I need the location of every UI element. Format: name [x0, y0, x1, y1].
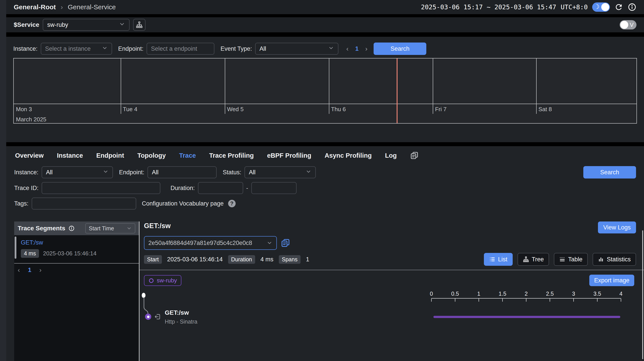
instance-select-placeholder: Select a instance: [45, 46, 91, 52]
export-image-button[interactable]: Export image: [589, 275, 634, 286]
trace-id-label: Trace ID:: [14, 185, 38, 192]
duration-from-input[interactable]: [198, 182, 243, 194]
copy-trace-id-icon[interactable]: [281, 238, 290, 248]
view-statistics-button[interactable]: Statistics: [592, 253, 636, 266]
refresh-icon[interactable]: [614, 3, 623, 12]
axis-tick: [478, 298, 479, 302]
axis-tick: [502, 298, 503, 302]
vocabulary-link[interactable]: Configuration Vocabulary page: [142, 200, 224, 207]
trace-id-select[interactable]: 2e50a4f6884d497a81e97d5c4c20e0c8: [144, 236, 277, 250]
info-icon[interactable]: [68, 225, 75, 232]
endpoint-label: Endpoint:: [119, 169, 144, 176]
trace-segments-header: Trace Segments Start Time: [14, 222, 139, 235]
calendar-day-label: Thu 6: [331, 106, 346, 113]
trace-endpoint-input[interactable]: [148, 166, 216, 178]
endpoint-input[interactable]: [146, 43, 214, 55]
event-type-label: Event Type:: [220, 46, 252, 52]
service-select[interactable]: sw-ruby: [43, 19, 130, 31]
tab-topology[interactable]: Topology: [137, 152, 166, 159]
view-list-label: List: [498, 256, 507, 263]
next-page-button[interactable]: ›: [40, 266, 42, 274]
trace-id-input[interactable]: [42, 182, 160, 194]
service-label: $Service: [14, 21, 39, 28]
service-bar: $Service sw-ruby V: [6, 17, 644, 32]
calendar-gridline: [433, 58, 433, 114]
info-icon[interactable]: [628, 3, 636, 12]
span-duration-bar[interactable]: [434, 316, 620, 318]
view-tree-label: Tree: [532, 256, 544, 263]
trace-filter-row-3: Tags: Configuration Vocabulary page ?: [14, 198, 636, 210]
view-tree-button[interactable]: Tree: [518, 253, 549, 266]
trace-id-value: 2e50a4f6884d497a81e97d5c4c20e0c8: [148, 240, 252, 246]
trace-search-button[interactable]: Search: [583, 166, 636, 178]
tab-trace-profiling[interactable]: Trace Profiling: [209, 152, 254, 159]
event-timeline-calendar[interactable]: Mon 3 Tue 4 Wed 5 Thu 6 Fri 7 Sat 8 Marc…: [13, 58, 637, 124]
calendar-gridline: [329, 58, 329, 114]
view-list-button[interactable]: List: [484, 253, 513, 266]
sort-select-value: Start Time: [89, 225, 114, 232]
chevron-down-icon: [102, 45, 108, 52]
sort-select[interactable]: Start Time: [85, 223, 135, 234]
instance-label: Instance:: [13, 46, 38, 52]
axis-tick: [597, 298, 598, 302]
duration-separator: -: [246, 185, 248, 192]
trace-segment-item[interactable]: GET:/sw 4 ms 2025-03-06 15:46:14: [14, 237, 139, 261]
prev-page-button[interactable]: ‹: [346, 45, 348, 52]
moon-icon: ☽: [594, 3, 600, 10]
current-time-marker: [397, 58, 398, 123]
view-table-button[interactable]: Table: [554, 253, 588, 266]
calendar-gridline: [121, 58, 121, 114]
tags-input[interactable]: [32, 198, 136, 210]
trace-segments-panel: Trace Segments Start Time GET:/sw 4 ms: [14, 222, 139, 361]
axis-tick-label: 1: [477, 290, 480, 297]
dark-mode-toggle[interactable]: ☽: [592, 2, 610, 12]
tab-endpoint[interactable]: Endpoint: [96, 152, 124, 159]
view-logs-button[interactable]: View Logs: [598, 222, 636, 234]
tab-async-profiling[interactable]: Async Profiling: [325, 152, 372, 159]
service-topology-button[interactable]: [133, 19, 146, 31]
top-bar-right: 2025-03-06 15:17 ~ 2025-03-06 15:47 UTC+…: [421, 2, 636, 12]
time-range[interactable]: 2025-03-06 15:17 ~ 2025-03-06 15:47: [421, 3, 556, 11]
tab-overview[interactable]: Overview: [15, 152, 44, 159]
version-toggle-label: V: [630, 22, 634, 28]
duration-value: 4 ms: [260, 256, 274, 263]
tab-log[interactable]: Log: [385, 152, 397, 159]
view-statistics-label: Statistics: [607, 256, 631, 263]
prev-page-button[interactable]: ‹: [18, 266, 20, 274]
calendar-day-label: Sat 8: [538, 106, 552, 113]
current-page[interactable]: 1: [28, 266, 32, 274]
axis-tick: [431, 298, 432, 302]
span-name[interactable]: GET:/sw: [165, 309, 189, 316]
segment-name[interactable]: GET:/sw: [21, 239, 136, 246]
span-node-dot[interactable]: [145, 314, 151, 320]
next-page-button[interactable]: ›: [365, 45, 368, 52]
tab-ebpf-profiling[interactable]: eBPF Profiling: [267, 152, 311, 159]
breadcrumb-root[interactable]: General-Root: [14, 3, 56, 11]
event-search-button[interactable]: Search: [374, 42, 426, 55]
breadcrumb-current[interactable]: General-Service: [68, 3, 116, 11]
trace-instance-select[interactable]: All: [42, 166, 113, 178]
time-axis: 0 0.5 1 1.5 2 2.5 3 3.5 4: [432, 290, 621, 302]
copy-icon[interactable]: [410, 151, 418, 160]
event-type-select[interactable]: All: [255, 43, 338, 55]
current-page[interactable]: 1: [355, 45, 359, 52]
axis-tick: [621, 298, 621, 302]
service-legend-chip[interactable]: sw-ruby: [144, 275, 181, 286]
help-icon[interactable]: ?: [228, 200, 236, 207]
trace-status-select[interactable]: All: [244, 166, 316, 178]
chevron-down-icon: [126, 226, 132, 231]
tab-instance[interactable]: Instance: [57, 152, 83, 159]
tab-trace[interactable]: Trace: [179, 152, 196, 159]
axis-tick-label: 1.5: [499, 290, 506, 297]
timezone[interactable]: UTC+8:0: [561, 3, 588, 11]
duration-to-input[interactable]: [251, 182, 296, 194]
segment-start-time: 2025-03-06 15:46:14: [43, 250, 96, 257]
chevron-down-icon: [328, 45, 334, 52]
toggle-knob: [620, 21, 628, 29]
calendar-divider: [14, 104, 636, 104]
version-toggle[interactable]: V: [620, 20, 636, 30]
segment-meta: 4 ms 2025-03-06 15:46:14: [21, 249, 136, 258]
scrollbar[interactable]: [642, 230, 643, 359]
instance-select[interactable]: Select a instance: [41, 43, 112, 55]
calendar-gridline: [225, 58, 225, 114]
